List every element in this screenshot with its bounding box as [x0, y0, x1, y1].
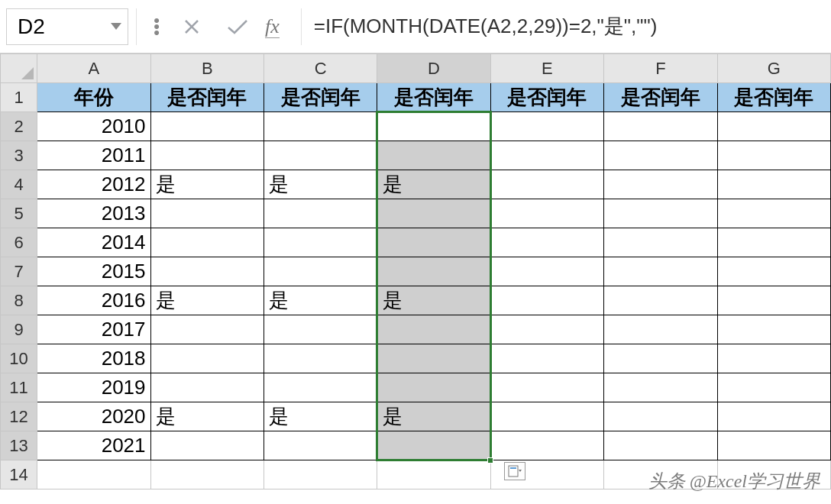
cell-B8[interactable]: 是	[150, 286, 264, 315]
cell-B5[interactable]	[150, 199, 264, 228]
formula-input[interactable]	[309, 8, 825, 45]
cell-B6[interactable]	[150, 228, 264, 257]
cell-F4[interactable]	[604, 170, 717, 199]
cell-A7[interactable]: 2015	[37, 257, 150, 286]
cell-D14[interactable]	[377, 460, 490, 489]
row-header-2[interactable]: 2	[1, 112, 37, 141]
column-header-G[interactable]: G	[717, 54, 830, 83]
cell-D1[interactable]: 是否闰年	[377, 83, 490, 112]
cell-F11[interactable]	[604, 373, 717, 402]
cell-G8[interactable]	[717, 286, 830, 315]
cell-C10[interactable]	[264, 344, 377, 373]
cell-C3[interactable]	[264, 141, 377, 170]
cell-D6[interactable]	[377, 228, 490, 257]
row-header-11[interactable]: 11	[1, 373, 37, 402]
cell-C13[interactable]	[264, 431, 377, 460]
row-header-13[interactable]: 13	[1, 431, 37, 460]
cell-A14[interactable]	[37, 460, 150, 489]
row-header-6[interactable]: 6	[1, 228, 37, 257]
cell-C6[interactable]	[264, 228, 377, 257]
row-header-3[interactable]: 3	[1, 141, 37, 170]
cell-F5[interactable]	[604, 199, 717, 228]
cell-E13[interactable]	[490, 431, 603, 460]
chevron-down-icon[interactable]	[111, 23, 121, 30]
row-header-12[interactable]: 12	[1, 402, 37, 431]
cell-E12[interactable]	[490, 402, 603, 431]
cell-F14[interactable]	[604, 460, 717, 489]
cell-D9[interactable]	[377, 315, 490, 344]
cell-G12[interactable]	[717, 402, 830, 431]
cell-F7[interactable]	[604, 257, 717, 286]
cancel-button[interactable]	[173, 8, 210, 45]
row-header-10[interactable]: 10	[1, 344, 37, 373]
cell-G10[interactable]	[717, 344, 830, 373]
row-header-4[interactable]: 4	[1, 170, 37, 199]
cell-E6[interactable]	[490, 228, 603, 257]
cell-D2[interactable]	[377, 112, 490, 141]
row-header-1[interactable]: 1	[1, 83, 37, 112]
cell-D11[interactable]	[377, 373, 490, 402]
cell-E11[interactable]	[490, 373, 603, 402]
cell-C14[interactable]	[264, 460, 377, 489]
name-box[interactable]: D2	[6, 8, 128, 45]
cell-F3[interactable]	[604, 141, 717, 170]
fill-handle[interactable]	[487, 457, 493, 464]
cell-D12[interactable]: 是	[377, 402, 490, 431]
column-header-D[interactable]: D	[377, 54, 490, 83]
column-header-E[interactable]: E	[490, 54, 603, 83]
cell-B9[interactable]	[150, 315, 264, 344]
row-header-7[interactable]: 7	[1, 257, 37, 286]
cell-D13[interactable]	[377, 431, 490, 460]
cell-D10[interactable]	[377, 344, 490, 373]
cell-A13[interactable]: 2021	[37, 431, 150, 460]
cell-B10[interactable]	[150, 344, 264, 373]
row-header-14[interactable]: 14	[1, 460, 37, 489]
cell-A9[interactable]: 2017	[37, 315, 150, 344]
cell-B12[interactable]: 是	[150, 402, 264, 431]
cell-F10[interactable]	[604, 344, 717, 373]
row-header-9[interactable]: 9	[1, 315, 37, 344]
column-header-B[interactable]: B	[150, 54, 264, 83]
cell-A6[interactable]: 2014	[37, 228, 150, 257]
vertical-dots-icon[interactable]: •••	[144, 18, 169, 36]
cell-A2[interactable]: 2010	[37, 112, 150, 141]
cell-F13[interactable]	[604, 431, 717, 460]
cell-B7[interactable]	[150, 257, 264, 286]
cell-C8[interactable]: 是	[264, 286, 377, 315]
row-header-8[interactable]: 8	[1, 286, 37, 315]
fx-icon[interactable]: fx	[265, 15, 280, 38]
spreadsheet-grid[interactable]: ABCDEFG1年份是否闰年是否闰年是否闰年是否闰年是否闰年是否闰年220103…	[0, 53, 831, 489]
cell-B11[interactable]	[150, 373, 264, 402]
cell-F2[interactable]	[604, 112, 717, 141]
cell-F1[interactable]: 是否闰年	[604, 83, 717, 112]
cell-E5[interactable]	[490, 199, 603, 228]
cell-A11[interactable]: 2019	[37, 373, 150, 402]
cell-A8[interactable]: 2016	[37, 286, 150, 315]
cell-F6[interactable]	[604, 228, 717, 257]
cell-C12[interactable]: 是	[264, 402, 377, 431]
cell-E3[interactable]	[490, 141, 603, 170]
cell-B14[interactable]	[150, 460, 264, 489]
confirm-button[interactable]	[219, 8, 256, 45]
cell-A5[interactable]: 2013	[37, 199, 150, 228]
cell-D4[interactable]: 是	[377, 170, 490, 199]
cell-G2[interactable]	[717, 112, 830, 141]
cell-F8[interactable]	[604, 286, 717, 315]
column-header-F[interactable]: F	[604, 54, 717, 83]
cell-G9[interactable]	[717, 315, 830, 344]
cell-E8[interactable]	[490, 286, 603, 315]
cell-G13[interactable]	[717, 431, 830, 460]
cell-C5[interactable]	[264, 199, 377, 228]
autofill-options-button[interactable]	[504, 462, 525, 480]
cell-G3[interactable]	[717, 141, 830, 170]
cell-E4[interactable]	[490, 170, 603, 199]
cell-C1[interactable]: 是否闰年	[264, 83, 377, 112]
cell-E1[interactable]: 是否闰年	[490, 83, 603, 112]
cell-G4[interactable]	[717, 170, 830, 199]
cell-B3[interactable]	[150, 141, 264, 170]
select-all-corner[interactable]	[1, 54, 37, 83]
cell-D7[interactable]	[377, 257, 490, 286]
cell-A10[interactable]: 2018	[37, 344, 150, 373]
cell-G6[interactable]	[717, 228, 830, 257]
cell-E7[interactable]	[490, 257, 603, 286]
